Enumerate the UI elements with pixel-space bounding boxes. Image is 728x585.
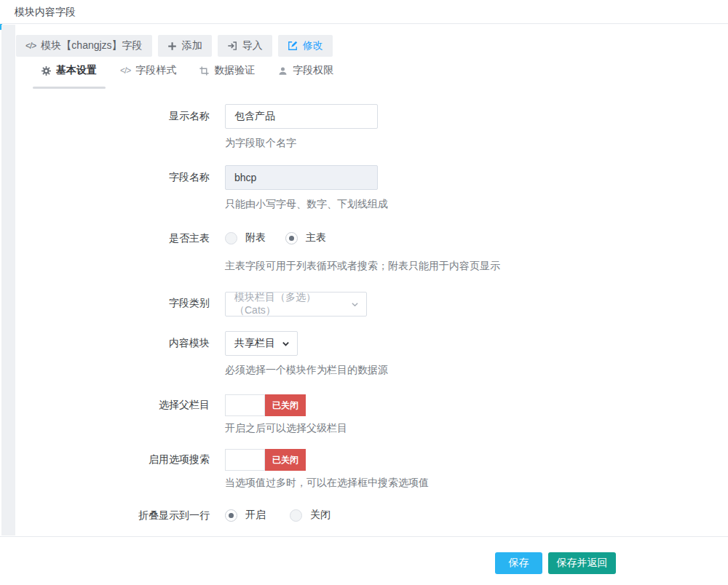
radio-sub-table[interactable]: 附表 [225, 231, 266, 244]
parent-category-switch[interactable]: 已关闭 [225, 394, 306, 416]
content-module-select[interactable]: 共享栏目 [225, 331, 298, 356]
content-module-value: 共享栏目 [234, 337, 275, 350]
chevron-down-icon [351, 301, 359, 309]
form-row-is-main-table: 是否主表 附表 主表 主表字段可用于列表循环或者搜索；附表只能用于内容页显示 [15, 231, 728, 273]
collapse-one-line-label: 折叠显示到一行 [15, 508, 210, 522]
form-row-display-name: 显示名称 为字段取个名字 [15, 104, 728, 150]
collapse-one-line-radio-group: 开启 关闭 [225, 508, 350, 522]
radio-label: 开启 [245, 509, 266, 522]
radio-label: 关闭 [310, 509, 331, 522]
field-category-label: 字段类别 [15, 291, 210, 310]
footer-divider [0, 536, 728, 537]
toolbar: </> 模块【changjzs】字段 添加 导入 修改 [16, 35, 333, 57]
page-title: 模块内容字段 [15, 6, 76, 19]
parent-category-label: 选择父栏目 [15, 394, 210, 412]
display-name-label: 显示名称 [15, 104, 210, 123]
content-panel: </> 模块【changjzs】字段 添加 导入 修改 [15, 25, 728, 536]
edit-button[interactable]: 修改 [278, 35, 333, 57]
code-icon: </> [25, 41, 36, 51]
radio-circle-icon [285, 232, 298, 244]
add-button[interactable]: 添加 [158, 35, 212, 57]
import-icon [227, 41, 237, 51]
is-main-table-label: 是否主表 [15, 231, 210, 245]
module-fields-button-label: 模块【changjzs】字段 [41, 39, 142, 52]
save-and-return-button[interactable]: 保存并返回 [548, 552, 616, 574]
gear-icon [41, 66, 51, 76]
field-name-label: 字段名称 [15, 165, 210, 184]
tab-field-style[interactable]: </> 字段样式 [111, 61, 185, 84]
switch-knob [225, 449, 265, 471]
add-button-label: 添加 [182, 39, 202, 52]
radio-off[interactable]: 关闭 [290, 509, 331, 522]
person-icon [278, 66, 288, 76]
is-main-table-help: 主表字段可用于列表循环或者搜索；附表只能用于内容页显示 [225, 258, 500, 273]
option-search-label: 启用选项搜索 [15, 449, 210, 466]
edit-icon [288, 41, 298, 51]
tab-bar: 基本设置 </> 字段样式 数据验证 字段权限 [33, 61, 342, 84]
radio-label: 附表 [245, 231, 266, 244]
radio-main-table[interactable]: 主表 [285, 231, 326, 244]
display-name-input[interactable] [225, 104, 378, 129]
radio-on[interactable]: 开启 [225, 509, 266, 522]
parent-category-help: 开启之后可以选择父级栏目 [225, 421, 347, 435]
form-row-collapse-one-line: 折叠显示到一行 开启 关闭 [15, 508, 728, 522]
form-row-field-category: 字段类别 模块栏目（多选）（Cats） [15, 291, 728, 317]
is-main-table-radio-group: 附表 主表 [225, 231, 500, 245]
switch-state-badge: 已关闭 [265, 449, 306, 471]
tab-label: 字段权限 [293, 64, 333, 77]
display-name-help: 为字段取个名字 [225, 135, 378, 150]
form-row-option-search: 启用选项搜索 已关闭 当选项值过多时，可以在选择框中搜索选项值 [15, 449, 728, 490]
option-search-help: 当选项值过多时，可以在选择框中搜索选项值 [225, 475, 429, 490]
module-fields-button[interactable]: </> 模块【changjzs】字段 [16, 35, 152, 57]
edit-button-label: 修改 [303, 39, 323, 52]
code-icon: </> [120, 65, 130, 76]
content-module-label: 内容模块 [15, 331, 210, 350]
tab-label: 字段样式 [135, 64, 176, 77]
form-row-content-module: 内容模块 共享栏目 必须选择一个模块作为栏目的数据源 [15, 331, 728, 377]
tab-basic-settings[interactable]: 基本设置 [33, 61, 106, 84]
form-row-parent-category: 选择父栏目 已关闭 开启之后可以选择父级栏目 [15, 394, 728, 435]
titlebar: 模块内容字段 [0, 0, 728, 24]
tab-field-permission[interactable]: 字段权限 [269, 61, 342, 84]
save-button[interactable]: 保存 [495, 552, 542, 574]
switch-knob [225, 394, 265, 416]
left-gutter [1, 25, 15, 536]
content-module-help: 必须选择一个模块作为栏目的数据源 [225, 362, 388, 377]
chevron-down-icon [282, 340, 290, 348]
radio-circle-icon [290, 509, 302, 522]
switch-state-badge: 已关闭 [265, 394, 306, 416]
field-category-select[interactable]: 模块栏目（多选）（Cats） [225, 292, 367, 317]
radio-circle-icon [225, 509, 237, 522]
import-button[interactable]: 导入 [218, 35, 272, 57]
option-search-switch[interactable]: 已关闭 [225, 449, 306, 471]
import-button-label: 导入 [242, 39, 263, 52]
plus-icon [167, 41, 177, 51]
radio-circle-icon [225, 232, 237, 244]
tab-label: 基本设置 [56, 64, 97, 77]
crop-icon [199, 66, 209, 76]
radio-label: 主表 [306, 231, 326, 244]
tab-label: 数据验证 [214, 64, 255, 77]
field-category-value: 模块栏目（多选）（Cats） [234, 291, 347, 317]
tab-data-validation[interactable]: 数据验证 [191, 61, 264, 84]
field-name-input [225, 165, 378, 190]
form-row-field-name: 字段名称 只能由小写字母、数字、下划线组成 [15, 165, 728, 211]
field-name-help: 只能由小写字母、数字、下划线组成 [225, 196, 388, 211]
field-settings-form: 显示名称 为字段取个名字 字段名称 只能由小写字母、数字、下划线组成 是否主表 … [15, 104, 728, 522]
